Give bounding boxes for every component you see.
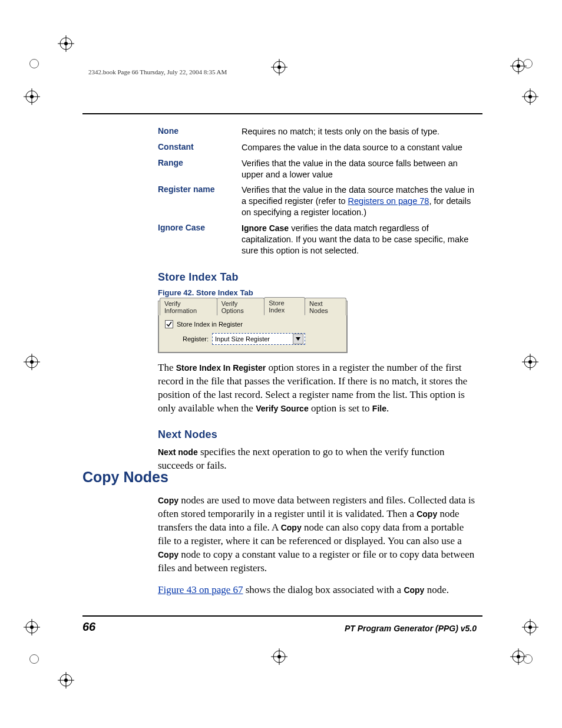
registration-mark-icon <box>58 672 74 689</box>
screenshot-store-index: Verify Information Verify Options Store … <box>158 301 348 353</box>
para-next-nodes: Next node specifies the next operation t… <box>158 446 477 473</box>
page-number: 66 <box>82 620 95 634</box>
tab-strip: Verify Information Verify Options Store … <box>158 301 347 315</box>
register-label: Register: <box>183 335 209 342</box>
figure-43-link[interactable]: Figure 43 on page 67 <box>158 584 243 595</box>
desc-ignore-case: Ignore Case verifies the data match rega… <box>242 220 477 259</box>
table-row: Constant Compares the value in the data … <box>158 140 477 156</box>
register-combo-value: Input Size Register <box>215 335 270 342</box>
term-ignore-case: Ignore Case <box>158 220 242 259</box>
registers-link[interactable]: Registers on page 78 <box>348 196 429 206</box>
registration-mark-icon <box>58 35 74 52</box>
table-row: None Requires no match; it tests only on… <box>158 124 477 140</box>
tab-store-index[interactable]: Store Index <box>264 297 305 315</box>
register-combo[interactable]: Input Size Register <box>212 333 305 345</box>
registration-mark-icon <box>24 354 40 370</box>
para-copy-nodes: Copy nodes are used to move data between… <box>158 494 477 575</box>
heading-next-nodes: Next Nodes <box>158 429 477 441</box>
check-icon <box>166 321 172 327</box>
store-index-checkbox-label: Store Index in Register <box>177 321 243 328</box>
desc-none: Requires no match; it tests only on the … <box>242 124 477 140</box>
chevron-down-icon[interactable] <box>293 334 303 344</box>
tab-verify-information[interactable]: Verify Information <box>160 298 217 315</box>
definitions-table: None Requires no match; it tests only on… <box>158 124 477 258</box>
desc-constant: Compares the value in the data source to… <box>242 140 477 156</box>
table-row: Range Verifies that the value in the dat… <box>158 156 477 183</box>
footer-rule <box>82 615 482 617</box>
desc-range: Verifies that the value in the data sour… <box>242 156 477 183</box>
figure-caption: Figure 42. Store Index Tab <box>158 288 477 297</box>
term-constant: Constant <box>158 140 242 156</box>
table-row: Register name Verifies that the value in… <box>158 182 477 220</box>
term-none: None <box>158 124 242 140</box>
term-register-name: Register name <box>158 182 242 220</box>
ring-icon <box>523 654 533 664</box>
header-rule <box>82 113 482 114</box>
para-figure-ref: Figure 43 on page 67 shows the dialog bo… <box>158 584 477 597</box>
ring-icon <box>29 59 39 68</box>
registration-mark-icon <box>522 354 538 370</box>
ring-icon <box>29 654 39 664</box>
registration-mark-icon <box>24 88 40 105</box>
tab-verify-options[interactable]: Verify Options <box>217 298 265 315</box>
heading-copy-nodes: Copy Nodes <box>82 469 168 486</box>
page-header-line: 2342.book Page 66 Thursday, July 22, 200… <box>88 68 227 75</box>
registration-mark-icon <box>522 88 538 105</box>
registration-mark-icon <box>271 59 287 75</box>
registration-mark-icon <box>522 619 538 635</box>
table-row: Ignore Case Ignore Case verifies the dat… <box>158 220 477 259</box>
term-range: Range <box>158 156 242 183</box>
para-store-index: The Store Index In Register option store… <box>158 361 477 416</box>
svg-marker-48 <box>296 337 300 341</box>
store-index-checkbox[interactable] <box>165 320 173 328</box>
desc-register-name: Verifies that the value in the data sour… <box>242 182 477 220</box>
heading-store-index-tab: Store Index Tab <box>158 271 477 284</box>
registration-mark-icon <box>24 619 40 635</box>
footer-title: PT Program Generator (PPG) v5.0 <box>345 624 477 633</box>
tab-next-nodes[interactable]: Next Nodes <box>305 298 346 315</box>
registration-mark-icon <box>271 648 287 665</box>
ring-icon <box>523 59 533 68</box>
